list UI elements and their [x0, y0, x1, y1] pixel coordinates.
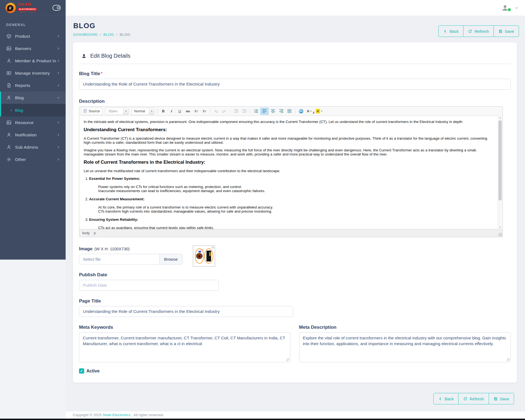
user-menu-chevron-down-icon[interactable]	[515, 6, 518, 10]
sidebar-item-manage-inventory[interactable]: Manage Inventory	[0, 67, 66, 79]
outdent-icon	[234, 109, 238, 113]
editor-element-path: body p	[79, 229, 503, 237]
source-button[interactable]: Source	[81, 108, 102, 115]
meta-description-label: Meta Description	[299, 325, 511, 330]
page-head: BLOG DASHBOARD/BLOG/BLOG	[73, 22, 130, 37]
bold-button[interactable]: B	[159, 108, 167, 114]
back-button[interactable]: Back	[433, 393, 459, 404]
chevron-down-icon: ▼	[149, 108, 154, 114]
chevron-right-icon	[57, 84, 60, 87]
text-color-icon	[313, 112, 314, 114]
list-number: 1.	[85, 177, 88, 181]
align-left-button[interactable]	[260, 108, 269, 115]
blog-title-input[interactable]: Understanding the Role of Current Transf…	[79, 79, 511, 90]
textarea-resize-grip[interactable]	[286, 358, 289, 361]
superscript-button[interactable]: X2	[200, 108, 208, 114]
footer-brand-link[interactable]: Shah-Electronics	[103, 413, 130, 417]
scroll-up-icon[interactable]: ▲	[498, 116, 502, 120]
sidebar-item-label: Reports	[15, 83, 57, 88]
chevron-left-icon	[438, 397, 442, 401]
editor-content-area[interactable]: In the intricate web of electrical syste…	[79, 116, 498, 229]
save-button[interactable]: Save	[494, 25, 519, 37]
sidebar-header: E SHAH ELECTRONICS Since...1976	[0, 0, 66, 16]
sidebar-item-resource[interactable]: Resource	[0, 116, 66, 129]
editor-heading: Understanding Current Transformers:	[84, 127, 494, 132]
strikethrough-button[interactable]: abc	[184, 108, 192, 114]
refresh-button[interactable]: Refresh	[459, 393, 489, 404]
italic-button[interactable]: I	[168, 108, 175, 114]
meta-row: Meta Keywords Current transformer, Curre…	[79, 325, 511, 362]
styles-dropdown[interactable]: Styles ▼	[106, 108, 129, 115]
file-input[interactable]: Select file	[79, 254, 159, 264]
text-color-button[interactable]: A ▼	[305, 108, 314, 114]
toolbar-separator	[230, 109, 230, 114]
copyright-text: Copyright © 2025	[73, 413, 101, 417]
brand-subname: ELECTRONICS	[18, 8, 37, 11]
format-dropdown[interactable]: Normal ▼	[131, 108, 154, 115]
breadcrumb-item-blog-1[interactable]: BLOG	[103, 33, 114, 37]
active-checkbox[interactable]	[79, 368, 84, 374]
sidebar-item-product[interactable]: Product	[0, 30, 66, 42]
image-icon	[6, 46, 11, 51]
image-label-row: Image (W X H: 1100X730)	[79, 246, 511, 252]
brand-name: SHAH	[18, 2, 37, 6]
path-p[interactable]: p	[94, 231, 96, 235]
editor-list-item: 2.Accurate Current Measurement:At Its co…	[84, 197, 494, 213]
chevron-right-icon	[57, 133, 60, 137]
path-body[interactable]: body	[82, 231, 90, 235]
align-center-button[interactable]	[269, 108, 277, 114]
undo-button[interactable]	[212, 108, 220, 114]
user-avatar[interactable]	[501, 4, 509, 12]
publish-date-input[interactable]: Publish Date	[79, 280, 219, 291]
chevron-right-icon	[57, 71, 60, 75]
meta-description-textarea[interactable]: Explore the vital role of current transf…	[299, 332, 511, 362]
sidebar-item-banners[interactable]: Banners	[0, 42, 66, 55]
sidebar-item-reports[interactable]: Reports	[0, 79, 66, 92]
sidebar-toggle-icon[interactable]	[52, 5, 61, 11]
active-row: Active	[79, 368, 511, 374]
sidebar-item-other[interactable]: Other	[0, 153, 66, 166]
meta-keywords-textarea[interactable]: Current transformer, Current transformer…	[79, 332, 290, 362]
sidebar-item-sub-admins[interactable]: Sub Admins	[0, 141, 66, 153]
underline-button[interactable]: U	[176, 108, 183, 114]
indent-button[interactable]	[240, 108, 248, 114]
link-button[interactable]	[297, 108, 305, 114]
align-right-button[interactable]	[277, 108, 285, 114]
scroll-down-icon[interactable]: ▼	[498, 225, 502, 229]
brand-logo-text: SHAH ELECTRONICS Since...1976	[18, 2, 37, 13]
justify-button[interactable]	[285, 108, 293, 114]
scrollbar-thumb[interactable]	[498, 120, 502, 201]
refresh-icon	[463, 397, 467, 401]
sidebar-subitem-blog[interactable]: ›Blog	[1, 105, 66, 115]
editor-resize-grip[interactable]	[498, 233, 502, 236]
sidebar-item-blog[interactable]: Blog	[1, 92, 66, 104]
blog-title-label: Blog Title*	[79, 71, 511, 77]
textarea-resize-grip[interactable]	[507, 358, 510, 361]
justify-icon	[287, 109, 291, 113]
save-icon	[494, 397, 498, 401]
chevron-right-icon	[57, 59, 60, 63]
rich-text-editor: Source Styles ▼ Normal ▼ B I U abc X2 X2	[79, 106, 503, 237]
breadcrumb-item-dashboard-0[interactable]: DASHBOARD	[73, 33, 98, 37]
remove-image-icon[interactable]: ✕	[211, 246, 214, 249]
redo-button[interactable]	[220, 108, 228, 114]
list-item-line: Power systems rely on CTs for critical f…	[98, 185, 494, 189]
numbered-list-button[interactable]	[252, 108, 260, 114]
bg-color-button[interactable]: A ▼	[315, 108, 323, 114]
sidebar-group-resource: Resource	[0, 116, 66, 129]
save-button[interactable]: Save	[489, 393, 514, 404]
refresh-button[interactable]: Refresh	[463, 25, 494, 37]
sidebar-item-member-product-in[interactable]: Member & Product In...	[0, 55, 66, 67]
align-left-icon	[262, 109, 267, 113]
chevron-right-icon	[57, 47, 60, 50]
back-button[interactable]: Back	[438, 25, 463, 37]
browse-button[interactable]: Browse	[159, 254, 182, 264]
page-title-input[interactable]: Understanding the Role of Current Transf…	[79, 306, 293, 317]
outdent-button[interactable]	[232, 108, 240, 114]
subscript-button[interactable]: X2	[192, 108, 200, 114]
editor-toolbar: Source Styles ▼ Normal ▼ B I U abc X2 X2	[79, 107, 503, 116]
toolbar-separator	[295, 109, 295, 114]
description-label: Description	[79, 99, 511, 104]
sidebar-item-notification[interactable]: Notification	[0, 129, 66, 141]
sidebar-group-member-product-in: Member & Product In...	[0, 55, 66, 67]
